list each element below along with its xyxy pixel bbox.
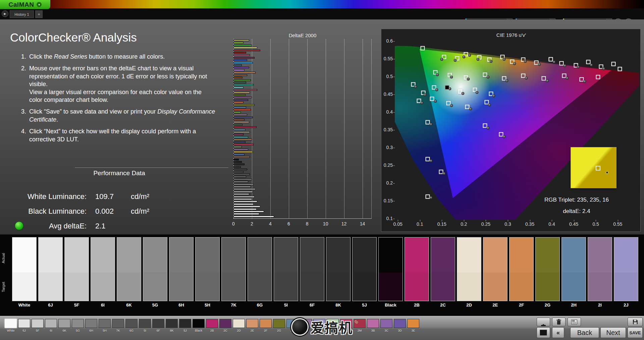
deltae-bar[interactable] [233,40,249,41]
delete-data-button[interactable] [552,318,566,326]
deltae-bar[interactable] [233,109,251,111]
toolbar-swatch[interactable]: 5I [139,319,151,332]
deltae-bar[interactable] [233,89,257,91]
deltae-bar[interactable] [233,47,257,49]
deltae-bar[interactable] [233,146,242,148]
deltae-bar[interactable] [233,117,253,118]
deltae-bar[interactable] [233,141,246,143]
deltae-bar[interactable] [233,104,255,106]
deltae-bar[interactable] [233,131,250,133]
toolbar-swatch[interactable]: 2B [206,319,218,332]
deltae-bar[interactable] [233,54,250,56]
deltae-bar[interactable] [233,45,252,46]
deltae-bar[interactable] [233,82,246,83]
deltae-bar[interactable] [233,119,245,121]
deltae-bar[interactable] [233,208,257,210]
deltae-bar[interactable] [233,151,253,153]
toolbar-swatch[interactable]: 5H [99,319,111,332]
deltae-bar[interactable] [233,96,252,98]
back-button[interactable]: Back [570,327,599,338]
deltae-bar[interactable] [233,191,253,193]
deltae-bar[interactable] [233,174,250,175]
deltae-bar[interactable] [233,87,244,88]
deltae-bar[interactable] [233,168,247,170]
toolbar-swatch[interactable]: 2D [233,319,245,332]
toolbar-swatch[interactable]: 6H [85,319,97,332]
toolbar-swatch[interactable]: 6K [58,319,70,332]
toolbar-swatch[interactable]: 5F [32,319,44,332]
toolbar-swatch[interactable]: White [5,319,17,332]
eject-button[interactable] [537,318,550,326]
deltae-bar[interactable] [233,206,260,207]
previous-page-button[interactable]: « [552,327,564,338]
deltae-bar[interactable] [233,184,254,185]
deltae-bar[interactable] [233,136,248,138]
deltae-bar[interactable] [233,72,256,73]
toolbar-swatch[interactable]: 2E [246,319,258,332]
tab-scroll-button[interactable]: ▶ [2,10,8,17]
deltae-bar[interactable] [233,121,249,123]
deltae-bar[interactable] [233,181,248,183]
toolbar-swatch[interactable]: 6G [125,319,138,332]
deltae-bar[interactable] [233,77,243,78]
save-icon-button[interactable] [628,318,643,326]
deltae-bar[interactable] [233,144,254,145]
deltae-bar[interactable] [233,159,239,160]
toolbar-swatch[interactable]: 8K [166,319,178,332]
deltae-bar[interactable] [233,129,246,131]
toolbar-swatch[interactable]: 3B [367,319,379,332]
deltae-bar[interactable] [233,213,259,215]
deltae-bar[interactable] [233,166,241,168]
toolbar-swatch[interactable]: 6I [45,319,57,332]
deltae-bar[interactable] [233,52,246,54]
deltae-bar[interactable] [233,186,251,188]
deltae-bar[interactable] [233,64,242,66]
toolbar-swatch[interactable]: 5G [72,319,84,332]
deltae-bar[interactable] [233,196,255,198]
deltae-bar[interactable] [233,92,250,93]
toolbar-swatch[interactable]: 2F [260,319,272,332]
deltae-bar[interactable] [233,188,256,190]
deltae-bar[interactable] [233,171,244,173]
calman-logo[interactable]: CalMAN ▾ [0,0,50,9]
deltae-bar[interactable] [233,179,252,180]
deltae-bar[interactable] [233,67,249,68]
add-tab-button[interactable]: + [35,10,43,18]
toolbar-swatch[interactable]: 6J [18,319,30,332]
deltae-bar[interactable] [233,57,255,59]
report-button[interactable] [568,318,581,326]
next-button[interactable]: Next [600,327,626,338]
deltae-bar[interactable] [233,216,274,217]
toolbar-swatch[interactable]: 2C [219,319,231,332]
deltae-bar[interactable] [233,101,244,103]
deltae-bar[interactable] [233,156,250,158]
deltae-bar[interactable] [233,203,254,205]
deltae-bar[interactable] [233,62,253,64]
deltae-bar[interactable] [233,112,241,113]
deltae-bar[interactable] [233,193,249,195]
toolbar-swatch[interactable]: 7K [112,319,124,332]
deltae-bar[interactable] [233,50,260,51]
toolbar-swatch[interactable]: 2G [273,319,285,332]
toolbar-swatch[interactable]: 3C [380,319,392,332]
deltae-bar[interactable] [233,107,246,108]
deltae-bar[interactable] [233,126,257,128]
deltae-bar[interactable] [233,198,252,200]
deltae-bar[interactable] [233,84,254,86]
save-button[interactable]: SAVE [628,327,643,338]
deltae-bar[interactable] [233,201,257,202]
deltae-bar[interactable] [233,124,243,126]
deltae-bar[interactable] [233,74,247,76]
pattern-window-button[interactable] [537,327,550,338]
logo-dropdown-icon[interactable]: ▾ [37,2,42,7]
deltae-bar[interactable] [233,149,248,150]
toolbar-swatch[interactable]: 3D [394,319,406,332]
deltae-bar[interactable] [233,114,247,116]
deltae-bar[interactable] [233,134,244,135]
deltae-bar[interactable] [233,139,252,140]
deltae-bar[interactable] [233,42,244,44]
deltae-bar[interactable] [233,79,251,81]
deltae-bar[interactable] [233,154,245,155]
deltae-bar[interactable] [233,161,242,163]
toolbar-swatch[interactable]: 5J [179,319,191,332]
